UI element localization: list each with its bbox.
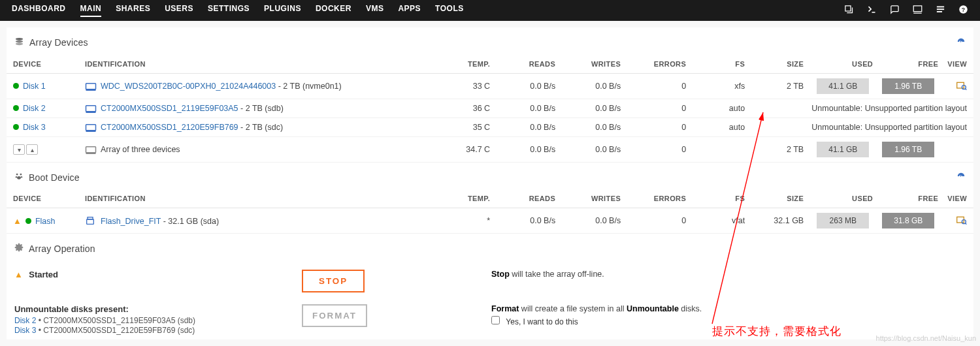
status-dot-icon [13, 83, 19, 89]
svg-rect-19 [86, 125, 96, 131]
svg-point-23 [16, 174, 18, 176]
ident-tail: - 2 TB (sdb) [238, 104, 284, 113]
cell-fs: auto [693, 118, 751, 137]
col-fs: FS [693, 55, 751, 74]
cell-reads: 0.0 B/s [497, 118, 562, 137]
status-dot-icon [25, 218, 31, 224]
nav-main[interactable]: MAIN [80, 4, 102, 17]
ident-link[interactable]: CT2000MX500SSD1_2120E59FB769 [101, 123, 238, 132]
col-writes: WRITES [562, 55, 627, 74]
paw-icon [14, 172, 24, 183]
status-dot-icon [13, 105, 19, 111]
collapse-up-icon[interactable]: ▴ [26, 144, 38, 155]
cell-temp: 36 C [412, 99, 497, 118]
svg-rect-5 [937, 8, 944, 10]
cell-fs: auto [693, 99, 751, 118]
cell-fs: xfs [693, 74, 751, 99]
terminal-icon[interactable] [867, 5, 877, 16]
drive-icon [85, 104, 95, 112]
cell-writes: 0.0 B/s [562, 99, 627, 118]
format-note: Format will create a file system in all … [491, 304, 966, 313]
array-summary: Array of three devices [101, 145, 180, 154]
table-row: ▲Flash Flash_Drive_FIT - 32.1 GB (sda) *… [7, 208, 973, 234]
usb-icon [85, 216, 95, 225]
svg-point-27 [17, 176, 21, 180]
nav-vms[interactable]: VMS [366, 4, 384, 17]
ident-link[interactable]: Flash_Drive_FIT [101, 217, 161, 226]
svg-point-25 [16, 176, 17, 178]
relaunch-icon[interactable] [844, 5, 854, 16]
cell-reads: 0.0 B/s [497, 74, 562, 99]
svg-rect-6 [937, 11, 942, 12]
nav-settings[interactable]: SETTINGS [208, 4, 250, 17]
table-row: Disk 3 CT2000MX500SSD1_2120E59FB769 - 2 … [7, 118, 973, 137]
svg-point-9 [16, 38, 23, 40]
gear-icon [14, 243, 24, 254]
nav-tools[interactable]: TOOLS [435, 4, 464, 17]
cell-errors: 0 [627, 99, 693, 118]
cell-free: 1.96 TB [875, 74, 941, 99]
format-button: FORMAT [302, 304, 367, 327]
status-dot-icon [13, 124, 19, 130]
confirm-format-label[interactable]: Yes, I want to do this [506, 317, 578, 326]
dashboard-icon[interactable] [956, 37, 966, 48]
array-icon [85, 146, 95, 153]
cell-temp: 33 C [412, 74, 497, 99]
ident-link[interactable]: CT2000MX500SSD1_2119E59F03A5 [101, 104, 238, 113]
warning-icon: ▲ [14, 270, 23, 279]
confirm-format-checkbox[interactable] [491, 316, 500, 324]
flash-link[interactable]: Flash [35, 217, 56, 226]
svg-point-26 [21, 176, 22, 178]
ident-tail: - 2 TB (nvme0n1) [276, 82, 342, 91]
array-op-header: Array Operation [7, 234, 973, 260]
section-title: Boot Device [29, 172, 80, 183]
warning-icon: ▲ [13, 216, 22, 226]
stop-button[interactable]: STOP [302, 270, 365, 292]
nav-users[interactable]: USERS [165, 4, 193, 17]
cell-errors: 0 [627, 74, 693, 99]
display-icon[interactable] [913, 5, 923, 16]
view-icon[interactable] [956, 81, 967, 90]
disk-link[interactable]: Disk 2 [14, 316, 36, 325]
disk-link[interactable]: Disk 2 [23, 104, 46, 113]
dashboard-icon[interactable] [956, 172, 966, 183]
nav-apps[interactable]: APPS [398, 4, 421, 17]
ident-tail: - 2 TB (sdc) [238, 123, 284, 132]
array-status: Started [29, 270, 58, 279]
nav-plugins[interactable]: PLUGINS [264, 4, 301, 17]
boot-device-header: Boot Device [7, 163, 973, 189]
watermark: https://blog.csdn.net/Naisu_kun [876, 334, 976, 342]
cell-temp: 35 C [412, 118, 497, 137]
nav-shares[interactable]: SHARES [116, 4, 150, 17]
stack-icon [14, 37, 24, 48]
svg-rect-4 [937, 7, 944, 8]
svg-rect-18 [86, 112, 96, 113]
collapse-down-icon[interactable]: ▾ [13, 144, 25, 155]
disk-link[interactable]: Disk 3 [14, 326, 36, 335]
nav-docker[interactable]: DOCKER [316, 4, 351, 17]
stop-note: Stop will take the array off-line. [491, 270, 604, 279]
disk-link[interactable]: Disk 3 [23, 123, 46, 132]
table-row: Disk 2 CT2000MX500SSD1_2119E59F03A5 - 2 … [7, 99, 973, 118]
nav-tabs: DASHBOARD MAIN SHARES USERS SETTINGS PLU… [12, 4, 464, 17]
svg-rect-13 [86, 89, 96, 91]
cell-size: 2 TB [751, 74, 810, 99]
log-icon[interactable] [936, 5, 945, 16]
unmountable-msg: Unmountable: Unsupported partition layou… [751, 118, 973, 137]
svg-rect-21 [86, 147, 96, 153]
feedback-icon[interactable] [890, 5, 900, 16]
view-icon[interactable] [956, 215, 967, 225]
col-errors: ERRORS [627, 55, 693, 74]
svg-rect-20 [86, 131, 96, 132]
svg-point-24 [20, 174, 22, 176]
nav-dashboard[interactable]: DASHBOARD [12, 4, 66, 17]
col-free: FREE [875, 55, 941, 74]
unmountable-msg: Unmountable: Unsupported partition layou… [751, 99, 973, 118]
cell-errors: 0 [627, 118, 693, 137]
help-icon[interactable]: ? [958, 5, 968, 16]
disk-link[interactable]: Disk 1 [23, 82, 46, 91]
ident-link[interactable]: WDC_WDS200T2B0C-00PXH0_21024A446003 [101, 82, 276, 91]
drive-icon [85, 82, 95, 90]
svg-rect-12 [86, 84, 96, 89]
drive-icon [85, 123, 95, 131]
